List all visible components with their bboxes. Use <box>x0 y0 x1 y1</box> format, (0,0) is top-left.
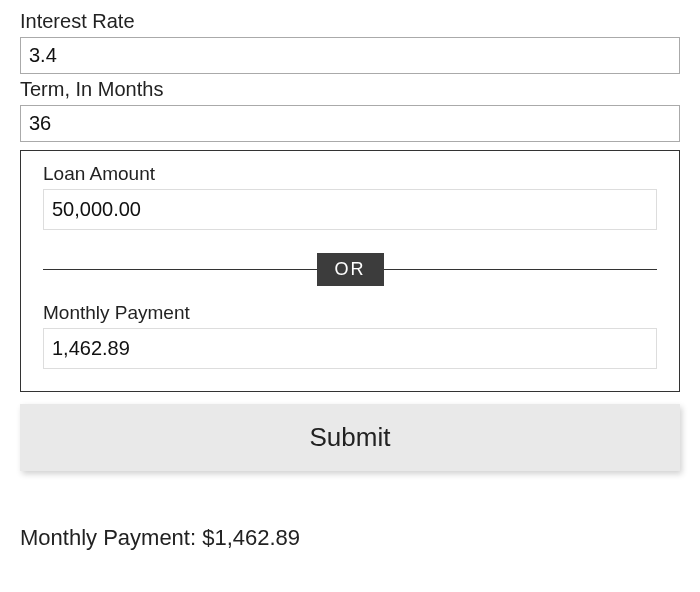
monthly-payment-input[interactable] <box>43 328 657 369</box>
interest-rate-label: Interest Rate <box>20 10 680 33</box>
divider-label: OR <box>317 253 384 286</box>
term-label: Term, In Months <box>20 78 680 101</box>
result-text: Monthly Payment: $1,462.89 <box>20 525 680 551</box>
interest-rate-group: Interest Rate <box>20 10 680 74</box>
term-input[interactable] <box>20 105 680 142</box>
loan-amount-input[interactable] <box>43 189 657 230</box>
term-group: Term, In Months <box>20 78 680 142</box>
monthly-payment-group: Monthly Payment <box>43 302 657 369</box>
loan-amount-label: Loan Amount <box>43 163 657 185</box>
submit-button[interactable]: Submit <box>20 404 680 471</box>
loan-amount-group: Loan Amount <box>43 163 657 230</box>
interest-rate-input[interactable] <box>20 37 680 74</box>
loan-or-payment-section: Loan Amount OR Monthly Payment <box>20 150 680 392</box>
or-divider: OR <box>43 254 657 284</box>
monthly-payment-label: Monthly Payment <box>43 302 657 324</box>
